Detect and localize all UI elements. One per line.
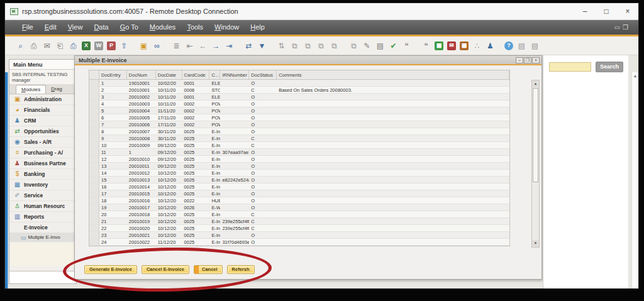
sidebar-item-administration[interactable]: ▣Administration <box>9 94 76 105</box>
scroll-down-icon[interactable]: ▼ <box>532 240 539 247</box>
filter-icon[interactable]: ▼ <box>257 40 267 52</box>
menu-item-window[interactable]: Window <box>209 20 245 35</box>
menu-item-help[interactable]: Help <box>245 20 270 35</box>
paste-icon[interactable]: ⧉ <box>303 40 313 52</box>
column-header-irnnumber[interactable]: IRNNumber <box>220 70 249 79</box>
table-row[interactable]: 202001001810/12/200025E-InvC <box>89 211 509 218</box>
send-sms-icon[interactable]: ⎗ <box>55 40 65 52</box>
copy-icon[interactable]: ⧉ <box>289 40 300 52</box>
refresh-icon[interactable]: ⇄ <box>243 40 254 52</box>
upload-icon[interactable]: ⇧ <box>119 40 130 52</box>
table-row[interactable]: 72001000617/11/200002POWO <box>89 121 509 128</box>
sort-icon[interactable]: ⇅ <box>276 40 287 52</box>
row-selector-cell[interactable] <box>89 135 99 141</box>
sidebar-item-inventory[interactable]: ▦Inventory <box>9 180 76 190</box>
add-record-icon[interactable]: ≣ <box>171 40 182 52</box>
mdi-minimize-icon[interactable]: ▭ <box>614 24 620 31</box>
table-row[interactable]: 232001002110/12/200025E-InvO <box>89 232 509 239</box>
table-row[interactable]: 52001000411/11/200002POWO <box>89 107 509 114</box>
search-input[interactable] <box>549 62 591 72</box>
table-row[interactable]: 152001001310/12/200025E-Inve82242e524a6d… <box>89 177 509 183</box>
table-row[interactable]: 11901000110/02/200001ELECO <box>89 80 509 87</box>
my-menu-icon[interactable]: ♟ <box>485 40 496 52</box>
lock-screen-icon[interactable]: ▣ <box>138 40 149 52</box>
table-row[interactable]: 102001000909/12/200025E-InvC <box>89 142 509 149</box>
table-row[interactable]: 132001001109/12/200025E-InvO <box>89 163 509 170</box>
note-icon[interactable]: ▤ <box>516 40 527 52</box>
menu-item-data[interactable]: Data <box>88 20 114 35</box>
mail-report-icon[interactable]: ✉ <box>447 41 456 50</box>
print-sequence-icon[interactable]: ⎙ <box>68 40 79 52</box>
row-selector-cell[interactable] <box>89 94 99 100</box>
copy-table-icon[interactable]: ⧉ <box>316 40 326 52</box>
table-row[interactable]: 192001001710/12/200026E-WaO <box>89 204 509 211</box>
row-selector-cell[interactable] <box>89 218 99 224</box>
journal-icon[interactable]: ⧉ <box>348 40 359 52</box>
einvoice-minimize-button[interactable]: – <box>516 57 523 63</box>
row-selector-cell[interactable] <box>89 149 99 155</box>
row-selector-cell[interactable] <box>89 170 99 176</box>
sidebar-item-business-partne[interactable]: ♟Business Partne <box>9 158 76 169</box>
menu-item-edit[interactable]: Edit <box>39 20 62 35</box>
row-selector-cell[interactable] <box>89 142 99 148</box>
sidebar-item-reports[interactable]: ▥Reports <box>9 212 76 222</box>
find-binoculars-icon[interactable]: ∞ <box>152 40 162 52</box>
sidebar-item-sales-a-r[interactable]: ◉Sales - A/R <box>9 137 76 148</box>
table-scrollbar[interactable]: ▲ ▼ <box>531 80 540 248</box>
calendar-icon[interactable]: ▦ <box>435 41 443 50</box>
duplicate-icon[interactable]: ⧉ <box>329 40 340 52</box>
sidebar-item-purchasing-a[interactable]: ¤Purchasing - A/ <box>9 148 76 158</box>
column-header-selector[interactable] <box>89 70 99 79</box>
table-row[interactable]: 242001002211/12/200025E-Inv31f70d4693ea5… <box>89 239 509 246</box>
table-row[interactable]: 82001000730/11/200025E-InvO <box>89 128 509 135</box>
row-selector-cell[interactable] <box>89 80 99 86</box>
row-selector-cell[interactable] <box>89 211 99 217</box>
comment-icon[interactable]: ❝ <box>401 40 412 52</box>
table-row[interactable]: 42001000310/11/200002POWO <box>89 101 509 107</box>
column-header-docentry[interactable]: DocEntry <box>99 70 127 79</box>
row-selector-cell[interactable] <box>89 121 99 128</box>
tab-modules[interactable]: Modules <box>16 85 46 94</box>
row-selector-cell[interactable] <box>89 107 99 114</box>
row-selector-cell[interactable] <box>89 183 99 190</box>
einvoice-restore-button[interactable]: ❐ <box>524 57 531 63</box>
table-row[interactable]: 222001002010/12/200025E-Inv239e255cf4fb8… <box>89 225 509 232</box>
row-selector-cell[interactable] <box>89 225 99 231</box>
row-selector-cell[interactable] <box>89 190 99 197</box>
menu-item-view[interactable]: View <box>62 20 89 35</box>
right-scrollbar[interactable]: ▲ <box>631 72 638 288</box>
row-selector-cell[interactable] <box>89 204 99 211</box>
sidebar-item-crm[interactable]: ♟CRM <box>9 116 76 126</box>
table-row[interactable]: 92001000830/11/200025E-InvC <box>89 135 509 142</box>
print-icon[interactable]: ⎙ <box>28 40 39 52</box>
table-row[interactable]: 182001001610/12/200022HUETO <box>89 197 509 204</box>
table-row[interactable]: 32001000210/11/200001ELECO <box>89 94 509 101</box>
table-row[interactable]: 11109/12/200025E-Inv307eaa97ae157e7O <box>89 149 509 156</box>
table-row[interactable]: 62001000517/11/200002POWO <box>89 114 509 121</box>
row-selector-cell[interactable] <box>89 156 99 162</box>
row-selector-cell[interactable] <box>89 197 99 204</box>
last-record-icon[interactable]: ⇥ <box>224 40 235 52</box>
memo-icon[interactable]: ▤ <box>530 40 540 52</box>
export-excel-icon[interactable]: X <box>82 41 91 50</box>
form-settings-icon[interactable]: ▤ <box>375 40 386 52</box>
column-header-docdate[interactable]: DocDate <box>156 70 182 79</box>
column-header-cardcode[interactable]: CardCode <box>182 70 210 79</box>
sidebar-item-multiple-e-invoice[interactable]: ▭ Mutiple E-Invo <box>9 233 76 242</box>
scrollbar-thumb[interactable] <box>533 88 538 182</box>
close-button[interactable]: × <box>617 3 638 19</box>
approve-icon[interactable]: ✔ <box>388 40 399 52</box>
row-selector-cell[interactable] <box>89 232 99 238</box>
row-selector-cell[interactable] <box>89 101 99 107</box>
export-word-icon[interactable]: W <box>94 41 103 50</box>
mdi-restore-icon[interactable]: ❐ <box>623 24 628 31</box>
sidebar-item-human-resourc[interactable]: ♙Human Resourc <box>9 201 76 212</box>
maximize-button[interactable]: □ <box>596 3 617 19</box>
table-row[interactable]: 142001001210/12/200025E-InvO <box>89 170 509 177</box>
column-header-docstatus[interactable]: DocStatus <box>249 70 277 79</box>
table-row[interactable]: 122001001009/12/200025E-InvO <box>89 156 509 163</box>
row-selector-cell[interactable] <box>89 87 99 93</box>
einvoice-close-button[interactable]: × <box>532 57 540 63</box>
scroll-top-icon[interactable]: ▲ <box>632 74 638 78</box>
sidebar-item-financials[interactable]: ◕Financials <box>9 105 76 116</box>
